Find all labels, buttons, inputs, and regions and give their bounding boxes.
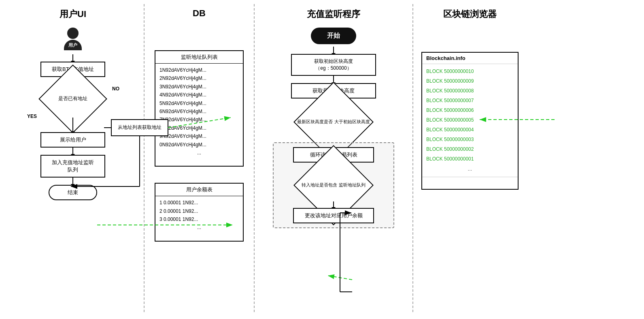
- divider-2: [254, 4, 255, 312]
- balance-table-header: 用户余额表: [155, 184, 243, 196]
- arrow-5: [72, 178, 73, 185]
- arrow-3: [72, 118, 73, 132]
- show-user-box: 展示给用户: [40, 132, 105, 148]
- divider-3: [412, 4, 413, 312]
- block-7: BLOCK 50000000003: [426, 135, 514, 144]
- has-addr-diamond: 是否已有地址 NO YES: [38, 84, 107, 113]
- block-8: BLOCK 50000000002: [426, 144, 514, 154]
- no-label: NO: [112, 86, 119, 92]
- get-init-height-box: 获取初始区块高度 （eg：500000）: [291, 54, 376, 76]
- block-9: BLOCK 50000000001: [426, 154, 514, 164]
- block-1: BLOCK 50000000009: [426, 76, 514, 86]
- block-0: BLOCK 50000000010: [426, 66, 514, 76]
- monitor-arrow-5: [333, 201, 334, 208]
- blockchain-panel-header: Blockchain.info: [422, 53, 518, 64]
- block-dots: ...: [426, 164, 514, 174]
- arrow-1: [72, 54, 73, 62]
- blockchain-panel: Blockchain.info BLOCK 50000000010 BLOCK …: [421, 52, 519, 190]
- blockchain-panel-body: BLOCK 50000000010 BLOCK 50000000009 BLOC…: [422, 64, 518, 177]
- check-height-diamond: 最新区块高度是否 大于初始区块高度: [289, 106, 378, 138]
- divider-1: [144, 4, 145, 312]
- block-2: BLOCK 50000000008: [426, 86, 514, 96]
- block-3: BLOCK 50000000007: [426, 96, 514, 105]
- user-icon: 用户: [63, 28, 83, 52]
- block-4: BLOCK 50000000006: [426, 105, 514, 115]
- blockchain-title: 区块链浏览器: [415, 8, 525, 20]
- balance-table-body: 1 0.00001 1N92... 2 0.00001 1N92... 3 0.…: [155, 196, 243, 234]
- userui-title: 用户UI: [4, 8, 142, 20]
- monitor-title: 充值监听程序: [257, 8, 410, 20]
- loop-region: 循环该区块交易列表 转入地址是否包含 监听地址队列 更改该地址对应用户余额: [273, 142, 394, 228]
- addr-queue-table: 监听地址队列表 1N92dAV6YcHj4gM... 2N92dAV6YcHj4…: [155, 50, 244, 167]
- check-addr-diamond: 转入地址是否包含 监听地址队列: [289, 169, 378, 201]
- addr-table-body: 1N92dAV6YcHj4gM... 2N92dAV6YcHj4gM... 3N…: [155, 64, 243, 159]
- balance-table: 用户余额表 1 0.00001 1N92... 2 0.00001 1N92..…: [155, 183, 244, 242]
- addr-table-header: 监听地址队列表: [155, 51, 243, 64]
- block-6: BLOCK 50000000004: [426, 125, 514, 135]
- db-title: DB: [147, 8, 252, 19]
- arrow-4: [72, 148, 73, 155]
- yes-label: YES: [27, 113, 37, 120]
- join-queue-box: 加入充值地址监听 队列: [40, 155, 105, 178]
- monitor-arrow-1: [333, 47, 334, 54]
- start-label: 开始: [311, 28, 356, 44]
- user-label: 用户: [68, 42, 77, 48]
- has-addr-label: 是否已有地址: [58, 96, 87, 102]
- update-balance-box: 更改该地址对应用户余额: [293, 208, 374, 223]
- block-5: BLOCK 50000000005: [426, 115, 514, 125]
